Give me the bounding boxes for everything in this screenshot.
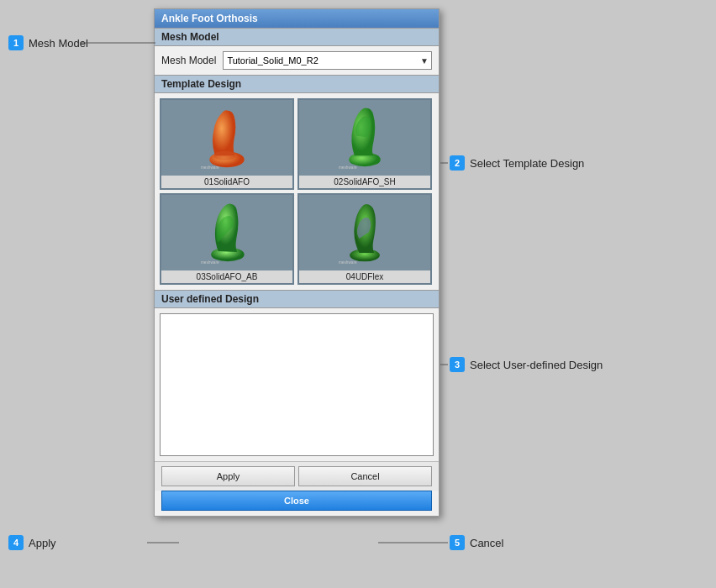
template-label-04: 04UDFlex [299,270,430,283]
template-item-04udflex[interactable]: meshware 04UDFlex [297,193,432,285]
annotation-user-label: Select User-defined Design [470,359,603,371]
mesh-model-select[interactable]: Tutorial_Solid_M0_R2 [223,51,432,70]
afo-svg-04: meshware [335,199,394,266]
cancel-button[interactable]: Cancel [298,466,432,486]
badge-4: 4 [8,535,24,550]
template-label-01: 01SolidAFO [161,176,292,188]
template-item-03solidafo-ab[interactable]: meshware 03SolidAFO_AB [160,193,294,285]
annotation-user-defined: 3 Select User-defined Design [450,357,603,372]
afo-svg-02: meshware [335,104,394,171]
ankle-foot-orthosis-dialog: Ankle Foot Orthosis Mesh Model Mesh Mode… [154,8,440,517]
user-design-container [155,308,439,461]
annotation-template-label: Select Template Design [470,157,584,170]
afo-svg-03: meshware [197,199,256,266]
user-defined-section-header: User defined Design [155,290,439,308]
badge-1: 1 [8,35,24,50]
mesh-model-label: Mesh Model [161,55,216,66]
annotation-template-design: 2 Select Template Design [450,155,584,171]
annotation-mesh-model: 1 Mesh Model [8,35,88,50]
mesh-model-dropdown-wrapper[interactable]: Tutorial_Solid_M0_R2 ▼ [223,51,432,70]
template-thumb-04: meshware [299,195,430,270]
svg-text:meshware: meshware [201,165,219,170]
template-design-section-header: Template Design [155,75,439,93]
svg-text:meshware: meshware [201,260,219,265]
template-label-02: 02SolidAFO_SH [299,176,430,188]
svg-point-1 [213,151,235,160]
apply-cancel-row: Apply Cancel [155,461,439,491]
template-thumb-03: meshware [161,195,292,270]
badge-5: 5 [450,535,465,550]
template-design-grid[interactable]: meshware 01SolidAFO [160,98,434,285]
annotation-apply: 4 Apply [8,535,56,550]
svg-text:meshware: meshware [339,260,357,265]
annotation-cancel: 5 Cancel [450,535,503,550]
svg-text:meshware: meshware [339,165,357,170]
dialog-titlebar: Ankle Foot Orthosis [155,9,439,28]
user-design-box[interactable] [160,313,434,456]
template-thumb-02: meshware [299,100,430,176]
apply-button[interactable]: Apply [161,466,295,486]
annotation-mesh-label: Mesh Model [29,37,88,50]
annotation-apply-label: Apply [29,537,56,549]
close-button[interactable]: Close [161,491,432,511]
mesh-model-row: Mesh Model Tutorial_Solid_M0_R2 ▼ [155,46,439,75]
template-grid-container: meshware 01SolidAFO [155,93,439,290]
template-thumb-01: meshware [161,100,292,176]
annotation-cancel-label: Cancel [470,537,503,549]
template-item-02solidafo-sh[interactable]: meshware 02SolidAFO_SH [297,98,432,190]
badge-2: 2 [450,155,465,171]
afo-svg-01: meshware [197,104,256,171]
template-item-01solidafo[interactable]: meshware 01SolidAFO [160,98,294,190]
template-label-03: 03SolidAFO_AB [161,270,292,283]
badge-3: 3 [450,357,465,372]
dialog-title: Ankle Foot Orthosis [161,13,258,24]
mesh-model-section-header: Mesh Model [155,28,439,46]
